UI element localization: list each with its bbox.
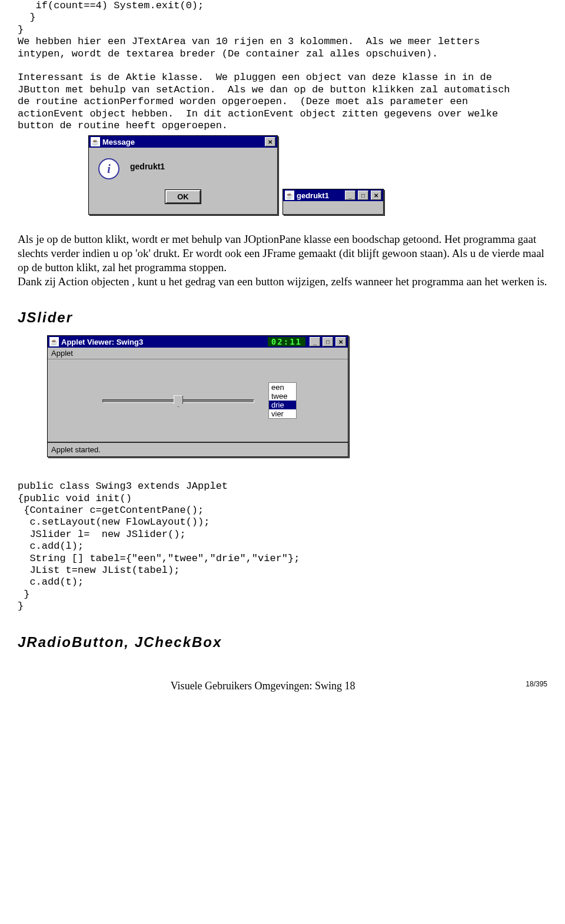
info-icon: i (98, 158, 119, 179)
page-number: 18/395 (526, 680, 547, 688)
jlist[interactable]: een twee drie vier (268, 382, 297, 419)
heading-jslider: JSlider (18, 309, 547, 326)
paragraph-2: Dank zij Action objecten , kunt u het ge… (18, 275, 547, 289)
footer-text: Visuele Gebruikers Omgevingen: Swing 18 (171, 680, 355, 692)
gedrukt-title: gedrukt1 (297, 191, 343, 200)
message-titlebar: ☕ Message ✕ (89, 136, 277, 148)
message-text: gedrukt1 (130, 162, 165, 171)
message-dialog: ☕ Message ✕ i gedrukt1 OK (88, 135, 278, 215)
applet-titlebar: ☕ Applet Viewer: Swing3 02:11 _ □ ✕ (48, 336, 348, 348)
ok-button[interactable]: OK (165, 190, 201, 204)
maximize-icon[interactable]: □ (358, 191, 368, 200)
gedrukt-titlebar: ☕ gedrukt1 _ □ ✕ (283, 189, 383, 201)
maximize-icon[interactable]: □ (323, 337, 333, 346)
clock-display: 02:11 (268, 337, 305, 346)
applet-title: Applet Viewer: Swing3 (61, 338, 265, 346)
slider-thumb[interactable] (174, 395, 183, 407)
applet-status: Applet started. (48, 442, 348, 456)
applet-body: een twee drie vier (48, 359, 348, 442)
java-cup-icon: ☕ (285, 191, 294, 200)
figure-message-windows: ☕ Message ✕ i gedrukt1 OK ☕ gedrukt1 _ □… (88, 135, 547, 215)
minimize-icon[interactable]: _ (310, 337, 320, 346)
applet-viewer: ☕ Applet Viewer: Swing3 02:11 _ □ ✕ Appl… (47, 335, 348, 457)
close-icon[interactable]: ✕ (371, 191, 381, 200)
jslider[interactable] (99, 395, 258, 406)
gedrukt-frame: ☕ gedrukt1 _ □ ✕ (282, 189, 384, 215)
applet-menubar[interactable]: Applet (48, 348, 348, 359)
list-item[interactable]: twee (269, 392, 296, 401)
minimize-icon[interactable]: _ (345, 191, 355, 200)
list-item[interactable]: vier (269, 409, 296, 418)
message-title: Message (102, 138, 262, 146)
code-block-2: public class Swing3 extends JApplet {pub… (18, 481, 547, 612)
code-block-1: if(count==4) System.exit(0); } } We hebb… (18, 0, 547, 132)
list-item[interactable]: drie (269, 401, 296, 409)
java-cup-icon: ☕ (91, 137, 100, 146)
close-icon[interactable]: ✕ (265, 137, 275, 146)
list-item[interactable]: een (269, 383, 296, 392)
paragraph-1: Als je op de button klikt, wordt er met … (18, 232, 547, 274)
heading-jradiobutton: JRadioButton, JCheckBox (18, 634, 547, 651)
java-cup-icon: ☕ (49, 337, 59, 346)
close-icon[interactable]: ✕ (335, 337, 346, 346)
